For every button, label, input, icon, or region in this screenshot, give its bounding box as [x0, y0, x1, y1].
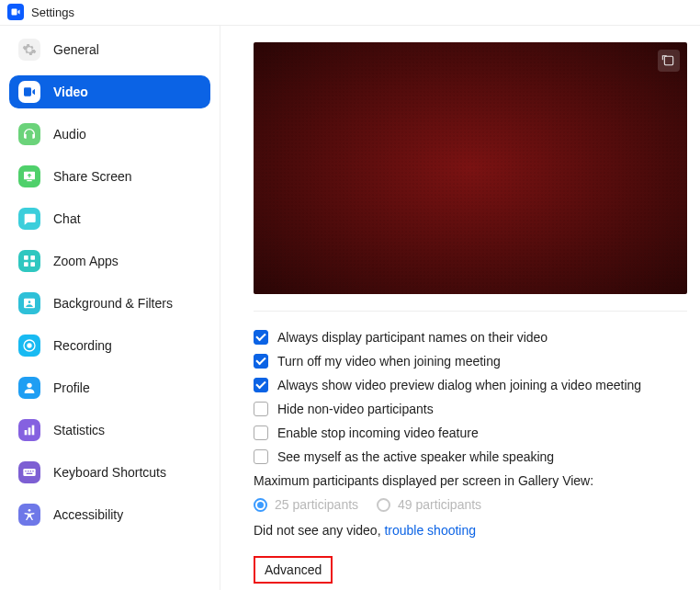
svg-rect-1 — [30, 255, 35, 260]
rotate-icon[interactable] — [658, 50, 680, 72]
sidebar-item-recording[interactable]: Recording — [9, 329, 210, 362]
sidebar-item-label: Video — [53, 85, 88, 99]
sidebar-item-keyboard-shortcuts[interactable]: Keyboard Shortcuts — [9, 456, 210, 489]
apps-icon — [18, 250, 40, 272]
troubleshoot-text: Did not see any video, trouble shooting — [254, 523, 689, 538]
troubleshoot-prefix: Did not see any video, — [254, 523, 384, 538]
svg-rect-9 — [25, 430, 28, 435]
radio-item[interactable]: 49 participants — [377, 497, 481, 512]
advanced-button[interactable]: Advanced — [254, 556, 333, 584]
option-label: Always show video preview dialog when jo… — [277, 378, 641, 392]
checkbox[interactable] — [254, 449, 268, 464]
chat-icon — [18, 208, 40, 230]
option-label: Always display participant names on thei… — [277, 330, 548, 345]
svg-rect-0 — [24, 255, 28, 260]
option-row: Always display participant names on thei… — [254, 330, 689, 345]
gear-icon — [18, 39, 40, 61]
option-label: Hide non-video participants — [277, 402, 434, 416]
zoom-app-icon — [7, 4, 24, 20]
sidebar-item-background-filters[interactable]: Background & Filters — [9, 287, 210, 320]
sidebar-item-label: Profile — [53, 380, 90, 395]
keyboard-icon — [18, 461, 40, 483]
sidebar-item-profile[interactable]: Profile — [9, 371, 210, 404]
background-icon — [18, 292, 40, 314]
troubleshoot-link[interactable]: trouble shooting — [384, 523, 476, 538]
sidebar-item-video[interactable]: Video — [9, 75, 210, 108]
sidebar-item-share-screen[interactable]: Share Screen — [9, 160, 210, 193]
window-title: Settings — [31, 6, 74, 19]
option-row: Always show video preview dialog when jo… — [254, 378, 689, 392]
video-preview — [254, 42, 687, 294]
svg-rect-10 — [28, 427, 31, 435]
share-screen-icon — [18, 165, 40, 187]
svg-rect-2 — [24, 262, 28, 267]
svg-rect-19 — [664, 56, 672, 64]
gallery-view-label: Maximum participants displayed per scree… — [254, 473, 689, 488]
sidebar-item-statistics[interactable]: Statistics — [9, 414, 210, 447]
option-label: See myself as the active speaker while s… — [277, 449, 554, 464]
svg-rect-11 — [32, 425, 35, 436]
radio[interactable] — [377, 498, 390, 512]
checkbox[interactable] — [254, 402, 268, 416]
divider — [254, 311, 687, 312]
sidebar: GeneralVideoAudioShare ScreenChatZoom Ap… — [0, 26, 220, 590]
sidebar-item-accessibility[interactable]: Accessibility — [9, 498, 210, 531]
main-panel: Always display participant names on thei… — [220, 26, 700, 590]
option-label: Turn off my video when joining meeting — [277, 354, 501, 369]
sidebar-item-label: Background & Filters — [53, 296, 173, 311]
radio-item[interactable]: 25 participants — [254, 497, 358, 512]
sidebar-item-label: General — [53, 42, 99, 57]
svg-rect-12 — [23, 469, 35, 476]
sidebar-item-label: Statistics — [53, 423, 105, 437]
option-row: See myself as the active speaker while s… — [254, 449, 689, 464]
option-row: Turn off my video when joining meeting — [254, 354, 689, 369]
svg-point-8 — [27, 383, 31, 388]
sidebar-item-label: Chat — [53, 211, 81, 226]
option-row: Hide non-video participants — [254, 402, 689, 416]
svg-rect-14 — [28, 471, 28, 471]
sidebar-item-audio[interactable]: Audio — [9, 118, 210, 151]
sidebar-item-label: Recording — [53, 338, 112, 353]
titlebar: Settings — [0, 0, 700, 26]
accessibility-icon — [18, 504, 40, 526]
sidebar-item-label: Zoom Apps — [53, 254, 119, 268]
sidebar-item-label: Audio — [53, 127, 86, 142]
svg-rect-3 — [30, 262, 35, 267]
gallery-radio-group: 25 participants49 participants — [254, 497, 689, 512]
option-row: Enable stop incoming video feature — [254, 425, 689, 440]
svg-rect-15 — [30, 471, 31, 471]
radio-label: 49 participants — [398, 497, 481, 512]
svg-point-7 — [27, 343, 31, 347]
svg-point-18 — [28, 509, 31, 512]
svg-rect-17 — [27, 473, 33, 474]
svg-point-5 — [28, 301, 31, 303]
option-label: Enable stop incoming video feature — [277, 425, 479, 440]
sidebar-item-label: Share Screen — [53, 169, 132, 184]
svg-rect-13 — [25, 471, 26, 471]
checkbox[interactable] — [254, 354, 268, 369]
sidebar-item-label: Accessibility — [53, 507, 123, 522]
checkbox[interactable] — [254, 330, 268, 345]
video-icon — [18, 81, 40, 103]
recording-icon — [18, 335, 40, 357]
headphones-icon — [18, 123, 40, 145]
sidebar-item-label: Keyboard Shortcuts — [53, 465, 166, 480]
checkbox[interactable] — [254, 425, 268, 440]
sidebar-item-general[interactable]: General — [9, 33, 210, 66]
profile-icon — [18, 377, 40, 399]
sidebar-item-zoom-apps[interactable]: Zoom Apps — [9, 244, 210, 278]
radio-label: 25 participants — [275, 497, 358, 512]
sidebar-item-chat[interactable]: Chat — [9, 202, 210, 235]
statistics-icon — [18, 419, 40, 441]
checkbox[interactable] — [254, 378, 268, 392]
svg-rect-16 — [32, 471, 33, 471]
radio[interactable] — [254, 498, 267, 512]
